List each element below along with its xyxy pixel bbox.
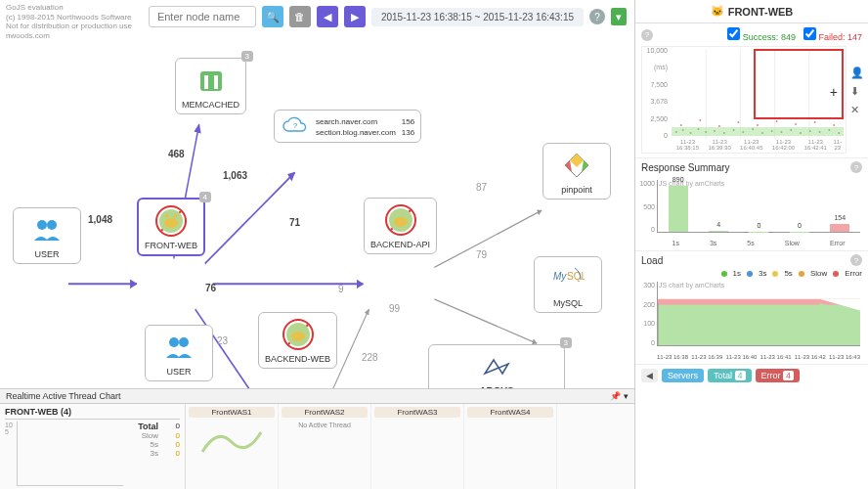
node-front-web[interactable]: 4FRONT-WEB <box>137 198 205 256</box>
svg-point-28 <box>291 332 305 341</box>
load-legend: 1s 3s 5s Slow Error <box>635 269 868 278</box>
svg-rect-14 <box>204 75 208 89</box>
node-memcached[interactable]: 3MEMCACHED <box>175 58 246 114</box>
svg-point-60 <box>828 129 830 131</box>
node-search-input[interactable] <box>149 6 256 27</box>
tomcat-icon: 🐱 <box>711 5 724 18</box>
node-cloud[interactable]: ? search.naver.com section.blog.naver.co… <box>274 110 421 143</box>
scatter-plot[interactable]: 10,000(ms)7,5003,6782,5000 + 11-23 16:38… <box>641 46 846 154</box>
svg-point-58 <box>809 130 811 132</box>
svg-point-20 <box>164 218 178 228</box>
edge-label: 9 <box>338 284 344 294</box>
svg-point-45 <box>690 132 692 134</box>
svg-point-11 <box>37 220 47 230</box>
svg-point-65 <box>737 121 739 123</box>
svg-point-29 <box>169 337 179 347</box>
svg-text:?: ? <box>293 121 298 130</box>
success-toggle[interactable] <box>727 27 740 40</box>
failed-toggle[interactable] <box>803 27 816 40</box>
trash-icon: 🗑 <box>294 11 305 22</box>
download-icon[interactable]: ⬇ <box>850 85 864 98</box>
svg-point-12 <box>47 220 57 230</box>
scatter-section: ? Success: 849 Failed: 147 👤 ⬇ ✕ 10,000(… <box>635 23 868 157</box>
help-icon[interactable]: ? <box>850 161 862 173</box>
svg-point-52 <box>752 128 754 130</box>
search-button[interactable]: 🔍 <box>262 6 283 27</box>
tomcat-icon <box>153 203 189 239</box>
svg-point-54 <box>771 130 773 132</box>
user-icon[interactable]: 👤 <box>850 67 864 79</box>
clear-button[interactable]: 🗑 <box>289 6 311 27</box>
prev-button[interactable]: ◀ <box>641 369 658 382</box>
node-user-2[interactable]: USER <box>145 325 213 381</box>
user-icon <box>29 212 65 247</box>
scatter-selection[interactable]: + <box>754 49 844 119</box>
time-range[interactable]: 2015-11-23 16:38:15 ~ 2015-11-23 16:43:1… <box>371 8 584 26</box>
svg-point-68 <box>795 123 797 125</box>
svg-marker-32 <box>570 154 584 167</box>
svg-point-64 <box>718 125 720 127</box>
load-chart[interactable]: JS chart by amCharts 3002001000 11-23 16… <box>641 280 862 360</box>
next-time-button[interactable]: ▶ <box>344 6 366 27</box>
svg-point-55 <box>780 131 782 133</box>
chevron-down-icon: ▾ <box>616 11 622 23</box>
mysql-icon: MySQL <box>550 261 586 296</box>
collapse-toggle[interactable]: ▾ <box>611 8 627 25</box>
error-tab[interactable]: Error 4 <box>756 369 801 382</box>
svg-point-56 <box>790 129 792 131</box>
thread-slot[interactable]: FrontWAS1 <box>186 404 279 489</box>
thread-panel: Realtime Active Thread Chart📌 ▾ FRONT-WE… <box>0 403 634 489</box>
svg-point-62 <box>680 124 682 126</box>
svg-point-51 <box>742 131 744 133</box>
thread-slot[interactable]: FrontWAS3 <box>371 404 464 489</box>
edge-label: 1,063 <box>223 170 247 181</box>
arcus-icon <box>479 349 514 384</box>
servers-tab[interactable]: Servers <box>662 369 704 382</box>
edge-label: 99 <box>389 303 400 314</box>
pin-icon[interactable]: 📌 ▾ <box>610 391 629 401</box>
thread-header: Realtime Active Thread Chart📌 ▾ <box>0 388 634 404</box>
svg-point-57 <box>800 132 802 134</box>
edge-label: 468 <box>168 149 185 159</box>
svg-point-43 <box>675 131 677 133</box>
node-user[interactable]: USER <box>13 207 81 264</box>
tomcat-icon <box>383 202 418 238</box>
node-backend-web[interactable]: BACKEND-WEB <box>258 312 337 369</box>
pinpoint-icon <box>559 148 594 183</box>
svg-point-66 <box>757 124 759 126</box>
svg-line-2 <box>205 172 295 263</box>
svg-point-46 <box>697 128 699 130</box>
svg-rect-15 <box>214 75 218 89</box>
svg-point-47 <box>705 131 707 133</box>
node-backend-api[interactable]: BACKEND-API <box>364 198 437 254</box>
svg-rect-13 <box>200 71 222 91</box>
response-summary-chart[interactable]: JS chart by amCharts 10005000 890 4 0 0 … <box>641 178 862 246</box>
svg-point-49 <box>723 132 725 134</box>
svg-point-48 <box>714 130 716 132</box>
help-icon[interactable]: ? <box>641 29 653 41</box>
svg-marker-33 <box>582 160 588 172</box>
expand-icon[interactable]: ✕ <box>850 104 864 116</box>
svg-text:SQL: SQL <box>567 271 585 282</box>
chevron-right-icon: ▶ <box>351 11 359 23</box>
user-icon <box>161 330 196 365</box>
svg-point-69 <box>814 121 816 123</box>
thread-slot[interactable]: FrontWAS4 <box>464 404 557 489</box>
prev-time-button[interactable]: ◀ <box>317 6 338 27</box>
edge-label: 228 <box>362 352 378 363</box>
thread-slot[interactable]: FrontWAS2No Active Thread <box>279 404 371 489</box>
svg-marker-34 <box>565 160 572 172</box>
svg-point-30 <box>179 337 189 347</box>
load-header: Load? <box>635 250 868 269</box>
help-icon[interactable]: ? <box>850 254 862 266</box>
side-title: 🐱FRONT-WEB <box>635 0 868 23</box>
response-summary-header: Response Summary? <box>635 157 868 176</box>
node-mysql[interactable]: MySQLMySQL <box>534 256 602 313</box>
help-button[interactable]: ? <box>589 9 605 24</box>
svg-text:My: My <box>553 271 567 282</box>
memcached-icon <box>194 63 229 98</box>
total-tab[interactable]: Total 4 <box>708 369 752 382</box>
svg-rect-42 <box>672 127 844 136</box>
svg-line-7 <box>434 210 542 267</box>
node-pinpoint[interactable]: pinpoint <box>542 143 611 200</box>
